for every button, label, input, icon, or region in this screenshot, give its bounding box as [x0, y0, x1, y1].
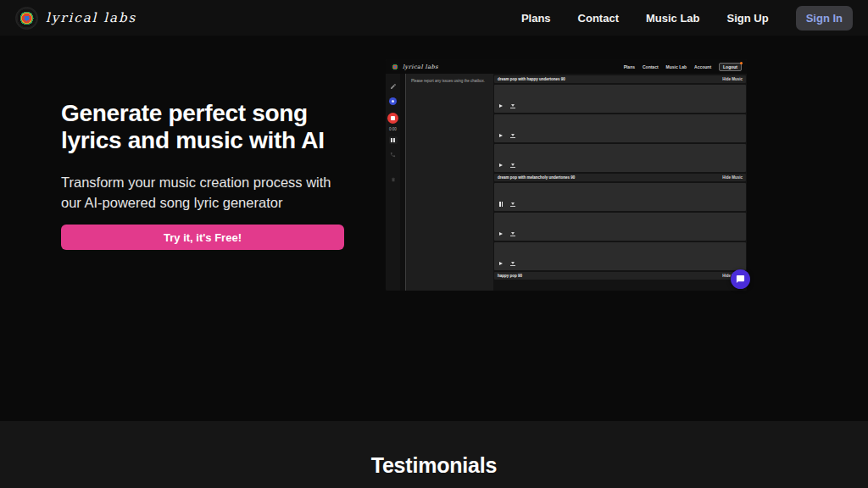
app-nav-plans: Plans: [624, 64, 635, 69]
pause-icon: [389, 136, 398, 144]
music-section-header: dream pop with melancholy undertones 90 …: [494, 174, 746, 181]
app-screenshot: lyrical labs Plans Contact Music Lab Acc…: [386, 59, 747, 291]
recorder-time: 0:00: [389, 127, 397, 131]
track-card: [494, 114, 746, 142]
nav-item-plans[interactable]: Plans: [521, 12, 551, 25]
music-panel: dream pop with happy undertones 90 Hide …: [493, 74, 747, 291]
track-controls: [499, 201, 741, 208]
pause-icon: [499, 202, 503, 207]
play-icon: [499, 104, 503, 108]
app-nav-music-lab: Music Lab: [666, 64, 687, 69]
music-section-header: happy pop 90 Hide Music: [494, 272, 746, 280]
waveform: [499, 247, 741, 258]
waveform: [499, 119, 741, 130]
download-icon: [510, 164, 515, 168]
nav-item-music-lab[interactable]: Music Lab: [646, 12, 700, 25]
testimonials-section: Testimonials: [0, 421, 868, 488]
chatbox-panel: Please report any issues using the chatb…: [406, 74, 493, 291]
main-nav: Plans Contact Music Lab Sign Up Sign In: [521, 6, 853, 30]
try-free-button[interactable]: Try it, it's Free!: [61, 225, 344, 250]
app-nav-items: Plans Contact Music Lab Account Logout: [624, 63, 742, 71]
play-icon: [499, 262, 503, 265]
nav-item-contact[interactable]: Contact: [578, 12, 619, 25]
chat-circle-icon: [389, 97, 397, 105]
track-controls: [499, 162, 741, 169]
app-nav-account: Account: [694, 64, 711, 69]
chat-bubble-icon: [736, 274, 745, 284]
play-icon: [499, 134, 503, 137]
app-brand-name: lyrical labs: [403, 64, 438, 70]
track-card: [494, 213, 746, 241]
waveform: [499, 187, 741, 198]
waveform: [499, 89, 741, 100]
testimonials-title: Testimonials: [371, 453, 498, 488]
chat-notice: Please report any issues using the chatb…: [411, 79, 485, 83]
download-icon: [510, 202, 515, 207]
download-icon: [510, 134, 515, 138]
hero-copy: Generate perfect song lyrics and music w…: [61, 100, 349, 250]
page-title: Generate perfect song lyrics and music w…: [61, 100, 349, 153]
vertical-divider: [400, 74, 406, 291]
play-icon: [499, 164, 503, 167]
hide-music-link: Hide Music: [722, 77, 743, 81]
nav-item-sign-up[interactable]: Sign Up: [727, 12, 769, 25]
download-icon: [510, 104, 515, 108]
chat-bubble-button: [731, 269, 750, 289]
track-controls: [499, 260, 741, 267]
track-controls: [499, 230, 741, 237]
notification-dot: [740, 62, 743, 64]
record-stop-button: [387, 113, 398, 124]
main-navbar: lyrical labs Plans Contact Music Lab Sig…: [0, 0, 868, 36]
track-controls: [499, 103, 741, 109]
app-logout-button: Logout: [719, 63, 742, 71]
track-controls: [499, 132, 741, 139]
app-tool-rail: 0:00: [386, 74, 400, 291]
track-card: [494, 144, 746, 172]
section-title: dream pop with melancholy undertones 90: [498, 175, 575, 180]
hide-music-link: Hide Music: [722, 175, 743, 180]
phone-icon: [390, 152, 396, 158]
hero-section: Generate perfect song lyrics and music w…: [0, 36, 868, 421]
brand-name: lyrical labs: [46, 10, 136, 25]
app-vinyl-logo-icon: [391, 63, 399, 71]
track-card: [494, 85, 746, 113]
section-title: happy pop 90: [498, 274, 522, 278]
app-body: 0:00 Please report any issues using the …: [386, 74, 747, 291]
play-icon: [499, 232, 503, 236]
app-logout-label: Logout: [723, 64, 737, 69]
sign-in-button[interactable]: Sign In: [796, 6, 853, 30]
app-navbar: lyrical labs Plans Contact Music Lab Acc…: [386, 59, 747, 74]
waveform: [499, 148, 741, 159]
music-section-header: dream pop with happy undertones 90 Hide …: [494, 75, 746, 83]
track-card: [494, 183, 746, 211]
brand[interactable]: lyrical labs: [15, 7, 136, 30]
trash-icon: [391, 177, 396, 182]
download-icon: [510, 262, 515, 266]
pencil-icon: [390, 83, 397, 90]
download-icon: [510, 232, 515, 236]
waveform: [499, 217, 741, 228]
hero-subtitle: Transform your music creation process wi…: [61, 173, 349, 214]
app-nav-contact: Contact: [643, 64, 659, 69]
section-title: dream pop with happy undertones 90: [498, 77, 565, 81]
vinyl-record-logo-icon: [15, 7, 38, 30]
track-card: [494, 242, 746, 270]
